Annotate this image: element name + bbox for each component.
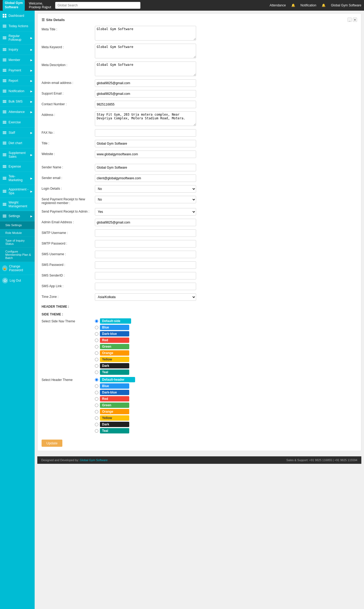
header-theme-red[interactable]: Red	[95, 396, 135, 401]
sidebar-item-weight-management[interactable]: Weight Management	[0, 198, 35, 211]
sidebar-item-tele-marketing[interactable]: Tele-Marketing ▶	[0, 172, 35, 185]
side-theme-yellow-radio[interactable]	[95, 358, 98, 361]
notification-link[interactable]: Notification	[301, 3, 316, 7]
svg-rect-3	[5, 16, 6, 18]
sidebar-item-today-actions[interactable]: Today Actions	[0, 21, 35, 31]
contact-number-input[interactable]	[95, 101, 196, 108]
side-theme-orange[interactable]: Orange	[95, 350, 131, 356]
header-theme-teal[interactable]: Teal	[95, 428, 135, 433]
send-payment-new-select[interactable]: No Yes	[95, 196, 196, 203]
sidebar-item-bulk-sms[interactable]: Bulk SMS ▶	[0, 96, 35, 107]
login-details-select[interactable]: No Yes	[95, 185, 196, 193]
sidebar-item-settings[interactable]: Settings ▶	[0, 211, 35, 221]
sidebar-item-report[interactable]: Report ▶	[0, 76, 35, 86]
sidebar-item-dashboard[interactable]: Dashboard	[0, 11, 35, 21]
header-theme-blue[interactable]: Blue	[95, 383, 135, 389]
side-theme-dark-blue-radio[interactable]	[95, 332, 98, 336]
header-theme-default-radio[interactable]	[95, 378, 98, 381]
side-theme-default-radio[interactable]	[95, 319, 98, 323]
sms-password-input[interactable]	[95, 261, 196, 269]
sidebar-item-regular-followup[interactable]: Regular Followup ▶	[0, 31, 35, 44]
side-theme-default[interactable]: Default-side	[95, 318, 131, 324]
sidebar-item-supplement-sales[interactable]: Supplement Sales ▶	[0, 148, 35, 161]
sidebar-item-member[interactable]: Member ▶	[0, 55, 35, 65]
sms-app-link-input[interactable]	[95, 283, 196, 290]
footer-brand-link[interactable]: Global Gym Software	[80, 458, 108, 462]
fax-input[interactable]	[95, 129, 196, 137]
timezone-select[interactable]: Asia/Kolkata UTC America/New_York	[95, 293, 196, 301]
sidebar-sub-configure-membership[interactable]: Configure Membership Plan & Batch	[0, 248, 35, 262]
header-theme-yellow[interactable]: Yellow	[95, 415, 135, 421]
header-theme-teal-radio[interactable]	[95, 429, 98, 433]
bulk-sms-arrow: ▶	[30, 100, 33, 103]
sender-email-input[interactable]	[95, 174, 196, 182]
side-theme-green-radio[interactable]	[95, 345, 98, 348]
smtp-username-input[interactable]	[95, 229, 196, 237]
minimize-button[interactable]: _	[347, 18, 352, 22]
side-theme-teal[interactable]: Teal	[95, 370, 131, 375]
header-theme-orange-radio[interactable]	[95, 410, 98, 413]
sidebar-item-payment[interactable]: Payment ▶	[0, 65, 35, 76]
sidebar-item-attendance[interactable]: Attendance ▶	[0, 107, 35, 117]
sidebar-item-staff[interactable]: Staff ▶	[0, 128, 35, 138]
sidebar-sub-role-module[interactable]: Role Module	[0, 229, 35, 237]
attendance-arrow: ▶	[30, 111, 33, 113]
side-theme-dark[interactable]: Dark	[95, 363, 131, 368]
sidebar-sub-site-settings[interactable]: Site Settings	[0, 221, 35, 229]
smtp-password-input[interactable]	[95, 240, 196, 247]
header-theme-green[interactable]: Green	[95, 403, 135, 408]
tele-marketing-label: Tele-Marketing	[9, 174, 29, 182]
header-theme-orange[interactable]: Orange	[95, 409, 135, 414]
admin-email-input[interactable]	[95, 79, 196, 87]
update-button[interactable]: Update	[42, 440, 62, 447]
meta-title-input[interactable]	[95, 26, 196, 40]
sidebar-item-exercise[interactable]: Exercise	[0, 117, 35, 128]
sidebar-log-out[interactable]: ⏻ Log Out	[0, 275, 35, 286]
meta-keyword-input[interactable]	[95, 44, 196, 58]
header-theme-dark-blue[interactable]: Dark-blue	[95, 390, 135, 395]
sidebar-item-appointment-spa[interactable]: Appointment - Spa ▶	[0, 185, 35, 198]
sms-username-input[interactable]	[95, 251, 196, 258]
header-theme-dark-blue-radio[interactable]	[95, 391, 98, 394]
side-theme-dark-blue[interactable]: Dark-blue	[95, 331, 131, 336]
sidebar-change-password[interactable]: 🔒 Change Password	[0, 262, 35, 275]
close-button[interactable]: ×	[353, 18, 357, 22]
header-theme-dark-radio[interactable]	[95, 423, 98, 426]
sidebar-item-notification[interactable]: Notification ▶	[0, 86, 35, 96]
header-theme-yellow-radio[interactable]	[95, 416, 98, 420]
side-theme-yellow[interactable]: Yellow	[95, 357, 131, 362]
side-theme-green[interactable]: Green	[95, 344, 131, 349]
smtp-password-group: SMTP Password :	[42, 240, 357, 247]
support-email-input[interactable]	[95, 90, 196, 98]
header-theme-green-radio[interactable]	[95, 404, 98, 407]
title-input[interactable]	[95, 140, 196, 147]
website-input[interactable]	[95, 151, 196, 158]
admin-email-address-input[interactable]	[95, 219, 196, 226]
sidebar-item-diet-chart[interactable]: Diet chart	[0, 138, 35, 148]
meta-description-input[interactable]	[95, 62, 196, 76]
sidebar-item-expense[interactable]: Expense	[0, 161, 35, 172]
header-theme-red-radio[interactable]	[95, 397, 98, 401]
side-theme-red-badge: Red	[100, 338, 129, 343]
side-theme-orange-radio[interactable]	[95, 351, 98, 355]
side-theme-section-label: SIDE THEME :	[42, 312, 357, 316]
side-theme-red[interactable]: Red	[95, 338, 131, 343]
send-payment-admin-select[interactable]: Yes No	[95, 208, 196, 216]
sender-name-input[interactable]	[95, 164, 196, 171]
side-theme-teal-radio[interactable]	[95, 371, 98, 374]
header-theme-default[interactable]: Default-header	[95, 377, 135, 382]
side-theme-dark-radio[interactable]	[95, 364, 98, 368]
attendance-link[interactable]: Attendance	[270, 3, 286, 7]
header-theme-dark[interactable]: Dark	[95, 422, 135, 427]
address-input[interactable]	[95, 111, 196, 126]
sidebar-sub-type-inquiry[interactable]: Type of Inquiry Status	[0, 237, 35, 248]
header-theme-blue-radio[interactable]	[95, 384, 98, 388]
notification-label: Notification	[9, 89, 24, 93]
side-theme-red-radio[interactable]	[95, 339, 98, 342]
side-theme-blue[interactable]: Blue	[95, 325, 131, 330]
website-group: Website :	[42, 151, 357, 158]
sidebar-item-inquiry[interactable]: Inquiry ▶	[0, 44, 35, 55]
sms-senderid-input[interactable]	[95, 272, 196, 279]
side-theme-blue-radio[interactable]	[95, 326, 98, 329]
global-search-input[interactable]	[55, 2, 140, 9]
